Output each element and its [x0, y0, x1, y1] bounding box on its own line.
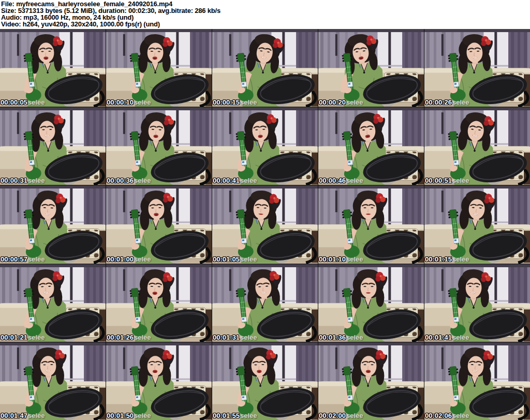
necklace-pendant	[154, 71, 156, 74]
webcam-frame-scene	[0, 342, 106, 420]
timestamp: 00:01:21	[1, 334, 27, 341]
mic-stand-rod	[17, 191, 19, 212]
video-thumbnail: 00:00:36selee	[106, 107, 212, 185]
necklace-pendant	[262, 71, 264, 74]
webcam-frame-scene	[212, 29, 318, 107]
mic-stand-rod	[335, 191, 337, 212]
necklace-pendant	[367, 385, 369, 387]
necklace-pendant	[260, 228, 262, 230]
watermark-fragment: selee	[134, 255, 151, 263]
timestamp: 00:02:00	[319, 412, 346, 419]
webcam-frame-scene	[0, 185, 106, 263]
video-thumbnail: 00:00:26selee	[424, 29, 530, 107]
mic-stand-rod	[335, 347, 337, 369]
webcam-frame-scene	[106, 29, 212, 107]
timestamp: 00:00:41	[213, 177, 240, 184]
timestamp-overlay: 00:01:21selee	[1, 334, 45, 341]
video-thumbnail: 00:00:10selee	[106, 29, 212, 107]
webcam-frame-scene	[212, 264, 318, 342]
webcam-frame-scene	[106, 107, 212, 185]
video-thumbnail: 00:00:41selee	[212, 107, 318, 185]
watermark-fragment: selee	[28, 334, 45, 341]
timestamp-overlay: 00:01:05selee	[213, 256, 257, 263]
necklace-pendant	[48, 228, 50, 230]
timestamp-overlay: 00:01:50selee	[107, 412, 151, 419]
watermark-fragment: selee	[346, 412, 363, 419]
timestamp-overlay: 00:00:10selee	[107, 99, 151, 106]
timestamp: 00:01:15	[425, 255, 452, 263]
timestamp: 00:01:47	[1, 412, 27, 419]
timestamp: 00:01:05	[213, 255, 240, 263]
contact-sheet: File: myfreecams_harleyroselee_female_24…	[0, 0, 530, 420]
webcam-frame-scene	[212, 107, 318, 185]
timestamp: 00:00:20	[319, 98, 346, 106]
watermark-fragment: selee	[346, 255, 363, 263]
watermark-fragment: selee	[28, 255, 45, 263]
watermark-fragment: selee	[240, 334, 257, 341]
webcam-frame-scene	[318, 342, 424, 420]
mic-stand-rod	[123, 269, 125, 291]
watermark-fragment: selee	[134, 334, 151, 341]
watermark-fragment: selee	[240, 412, 257, 419]
mic-stand-rod	[123, 347, 125, 369]
webcam-frame-scene	[424, 264, 530, 342]
video-thumbnail: 00:01:36selee	[318, 264, 424, 342]
necklace-pendant	[366, 150, 369, 152]
video-thumbnail: 00:00:51selee	[424, 107, 530, 185]
timestamp: 00:01:00	[107, 255, 134, 263]
watermark-fragment: selee	[28, 98, 45, 106]
necklace-pendant	[474, 150, 476, 152]
timestamp-overlay: 00:00:15selee	[213, 99, 257, 106]
timestamp: 00:00:51	[425, 177, 452, 184]
mic-stand-rod	[335, 34, 337, 56]
necklace-pendant	[155, 228, 157, 230]
file-info-video: Video: h264, yuv420p, 320x240, 1000.00 f…	[1, 21, 530, 27]
timestamp-overlay: 00:00:26selee	[425, 99, 469, 106]
video-thumbnail: 00:01:50selee	[106, 342, 212, 420]
necklace-pendant	[473, 71, 475, 74]
mic-stand-rod	[123, 34, 125, 56]
mic-stand-rod	[229, 269, 231, 291]
watermark-fragment: selee	[240, 98, 257, 106]
watermark-fragment: selee	[346, 334, 363, 341]
necklace-pendant	[260, 150, 262, 152]
timestamp-overlay: 00:00:05selee	[1, 99, 45, 106]
webcam-frame-scene	[0, 29, 106, 107]
timestamp: 00:00:36	[107, 177, 134, 184]
mic-stand-rod	[441, 269, 444, 291]
timestamp: 00:00:05	[1, 98, 27, 106]
video-thumbnail: 00:01:26selee	[106, 264, 212, 342]
timestamp: 00:02:06	[425, 412, 452, 419]
watermark-fragment: selee	[240, 177, 257, 184]
necklace-pendant	[474, 385, 476, 387]
video-thumbnail: 00:02:00selee	[318, 342, 424, 420]
video-thumbnail: 00:01:47selee	[0, 342, 106, 420]
mic-stand-rod	[17, 347, 19, 369]
watermark-fragment: selee	[346, 98, 363, 106]
video-thumbnail: 00:02:06selee	[424, 342, 530, 420]
necklace-pendant	[367, 307, 369, 309]
timestamp: 00:00:10	[107, 98, 134, 106]
timestamp-overlay: 00:01:41selee	[425, 334, 469, 341]
mic-stand-rod	[123, 112, 125, 134]
mic-stand-rod	[335, 269, 337, 291]
necklace-pendant	[261, 307, 263, 309]
timestamp: 00:01:26	[107, 334, 134, 341]
necklace-pendant	[474, 228, 476, 230]
file-info-header: File: myfreecams_harleyroselee_female_24…	[0, 0, 530, 29]
timestamp-overlay: 00:02:06selee	[425, 412, 469, 419]
video-thumbnail: 00:01:21selee	[0, 264, 106, 342]
video-thumbnail: 00:01:05selee	[212, 185, 318, 263]
mic-stand-rod	[441, 191, 444, 212]
mic-stand-rod	[441, 34, 444, 56]
mouth-open	[153, 370, 157, 373]
video-thumbnail: 00:00:20selee	[318, 29, 424, 107]
webcam-frame-scene	[424, 107, 530, 185]
necklace-pendant	[48, 385, 50, 387]
watermark-fragment: selee	[452, 98, 469, 106]
necklace-pendant	[154, 385, 156, 387]
timestamp: 00:00:46	[319, 177, 346, 184]
webcam-frame-scene	[106, 264, 212, 342]
webcam-frame-scene	[424, 342, 530, 420]
mic-stand-rod	[123, 191, 125, 212]
